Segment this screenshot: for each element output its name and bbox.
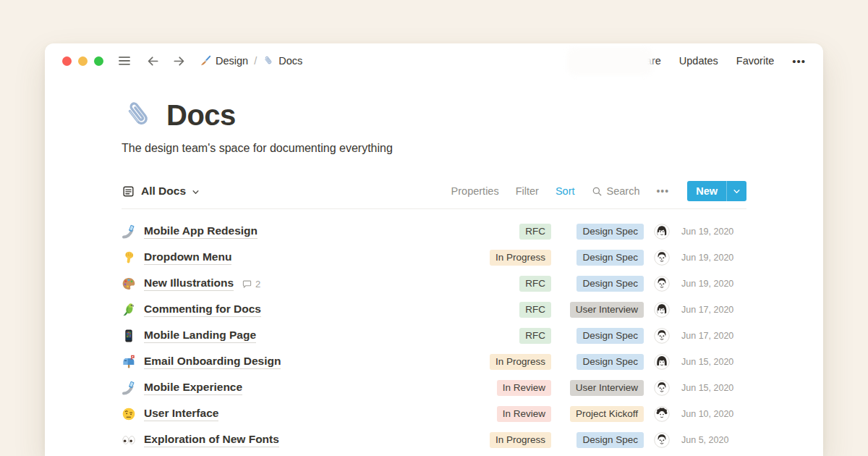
- close-button[interactable]: [62, 56, 72, 66]
- list-view-icon: [122, 185, 135, 198]
- avatar-man[interactable]: [654, 250, 670, 266]
- edited-date: Jun 19, 2020: [681, 253, 746, 263]
- minimize-button[interactable]: [78, 56, 88, 66]
- palette-emoji: [122, 276, 136, 291]
- status-badge[interactable]: RFC: [519, 276, 551, 292]
- properties-button[interactable]: Properties: [451, 185, 499, 197]
- edited-date: Jun 15, 2020: [681, 383, 746, 393]
- page-title: Docs: [166, 99, 236, 132]
- edited-date: Jun 10, 2020: [681, 409, 746, 419]
- table-row[interactable]: New Illustrations 2 RFC Design Spec Jun …: [122, 271, 746, 297]
- doc-title[interactable]: Email Onboarding Design: [144, 355, 281, 369]
- doc-type-badge[interactable]: Project Kickoff: [570, 406, 644, 423]
- search-label: Search: [607, 185, 640, 197]
- search-button[interactable]: Search: [592, 185, 640, 197]
- doc-type-badge[interactable]: Design Spec: [576, 250, 644, 266]
- sidebar-toggle-icon[interactable]: [117, 54, 132, 68]
- avatar-woman-headphones[interactable]: [654, 224, 670, 240]
- pointing-down-emoji: [122, 250, 136, 265]
- status-badge[interactable]: RFC: [519, 224, 551, 240]
- comments-indicator[interactable]: 2: [242, 279, 260, 290]
- table-row[interactable]: Exploration of New Fonts In Progress Des…: [122, 427, 746, 453]
- avatar-man[interactable]: [654, 380, 670, 396]
- edited-date: Jun 17, 2020: [681, 331, 746, 341]
- table-row[interactable]: Mobile Experience In Review User Intervi…: [122, 375, 746, 401]
- favorite-button[interactable]: Favorite: [736, 55, 774, 67]
- doc-type-badge[interactable]: Design Spec: [576, 224, 644, 240]
- status-badge[interactable]: In Review: [497, 406, 551, 423]
- app-window: Design / Docs Share Updates Favorite •••…: [45, 43, 823, 456]
- updates-button[interactable]: Updates: [679, 55, 718, 67]
- status-badge[interactable]: In Progress: [490, 432, 551, 449]
- eyes-emoji: [122, 433, 136, 447]
- table-row[interactable]: Mobile App Redesign RFC Design Spec Jun …: [122, 219, 746, 245]
- table-row[interactable]: Mobile Landing Page RFC Design Spec Jun …: [122, 323, 746, 349]
- new-button-chevron[interactable]: [726, 181, 746, 201]
- edited-date: Jun 15, 2020: [681, 357, 746, 367]
- doc-type-badge[interactable]: Design Spec: [576, 276, 644, 292]
- back-arrow-icon[interactable]: [146, 54, 160, 68]
- breadcrumb-label: Docs: [278, 55, 302, 67]
- status-badge[interactable]: RFC: [519, 328, 551, 345]
- more-options-icon[interactable]: •••: [792, 55, 806, 67]
- window-controls: [62, 56, 103, 66]
- table-row[interactable]: User Interface In Review Project Kickoff…: [122, 401, 746, 427]
- status-badge[interactable]: In Review: [497, 380, 551, 397]
- edited-date: Jun 19, 2020: [681, 279, 746, 289]
- breadcrumb: Design / Docs: [200, 55, 302, 67]
- chevron-down-icon: [733, 187, 741, 195]
- view-label: All Docs: [141, 185, 186, 198]
- breadcrumb-item-design[interactable]: Design: [200, 55, 248, 67]
- window-topbar: Design / Docs Share Updates Favorite •••: [45, 43, 823, 78]
- doc-title[interactable]: Dropdown Menu: [144, 250, 231, 265]
- forward-arrow-icon[interactable]: [172, 54, 186, 68]
- doc-type-badge[interactable]: User Interview: [570, 302, 644, 318]
- new-button-label: New: [687, 181, 726, 201]
- filter-button[interactable]: Filter: [516, 185, 539, 197]
- avatar-woman-curly[interactable]: [654, 406, 670, 422]
- selfie-emoji: [122, 224, 136, 239]
- doc-title[interactable]: Mobile Landing Page: [144, 329, 256, 343]
- new-button[interactable]: New: [687, 181, 746, 201]
- breadcrumb-item-docs[interactable]: Docs: [263, 55, 302, 67]
- avatar-man[interactable]: [654, 276, 670, 292]
- status-badge[interactable]: In Progress: [490, 250, 551, 266]
- raised-eyebrow-emoji: [122, 407, 136, 421]
- page-subtitle: The design team's space for documenting …: [122, 142, 746, 155]
- blurred-area: [567, 48, 652, 75]
- parrot-emoji: [122, 303, 136, 317]
- table-row[interactable]: Commenting for Docs RFC User Interview J…: [122, 297, 746, 323]
- mobile-phone-emoji: [122, 329, 136, 343]
- doc-type-badge[interactable]: Design Spec: [576, 328, 644, 345]
- status-badge[interactable]: In Progress: [490, 354, 551, 371]
- breadcrumb-label: Design: [216, 55, 248, 67]
- table-row[interactable]: Dropdown Menu In Progress Design Spec Ju…: [122, 245, 746, 271]
- doc-title[interactable]: User Interface: [144, 407, 218, 421]
- breadcrumb-separator: /: [254, 55, 257, 67]
- comment-count: 2: [255, 279, 260, 290]
- doc-title[interactable]: Mobile App Redesign: [144, 224, 258, 239]
- paintbrush-emoji: [200, 55, 211, 67]
- avatar-woman-headphones[interactable]: [654, 302, 670, 318]
- toolbar-more-icon[interactable]: •••: [656, 185, 669, 197]
- chevron-down-icon: [192, 188, 200, 196]
- avatar-woman-bob[interactable]: [654, 354, 670, 370]
- status-badge[interactable]: RFC: [519, 302, 551, 318]
- doc-type-badge[interactable]: Design Spec: [576, 354, 644, 371]
- paperclip-emoji: [263, 55, 274, 67]
- doc-type-badge[interactable]: User Interview: [570, 380, 644, 397]
- table-row[interactable]: Email Onboarding Design In Progress Desi…: [122, 349, 746, 375]
- sort-button[interactable]: Sort: [556, 185, 575, 197]
- docs-table: Mobile App Redesign RFC Design Spec Jun …: [122, 219, 746, 453]
- doc-title[interactable]: Exploration of New Fonts: [144, 433, 279, 447]
- zoom-button[interactable]: [94, 56, 103, 66]
- view-toolbar: All Docs Properties Filter Sort Search •…: [122, 181, 746, 209]
- doc-title[interactable]: New Illustrations: [144, 276, 234, 291]
- doc-title[interactable]: Mobile Experience: [144, 381, 242, 395]
- view-switcher[interactable]: All Docs: [122, 185, 200, 198]
- avatar-man[interactable]: [654, 432, 670, 448]
- doc-title[interactable]: Commenting for Docs: [144, 303, 261, 317]
- doc-type-badge[interactable]: Design Spec: [576, 432, 644, 449]
- comment-icon: [242, 279, 252, 290]
- avatar-man[interactable]: [654, 328, 670, 344]
